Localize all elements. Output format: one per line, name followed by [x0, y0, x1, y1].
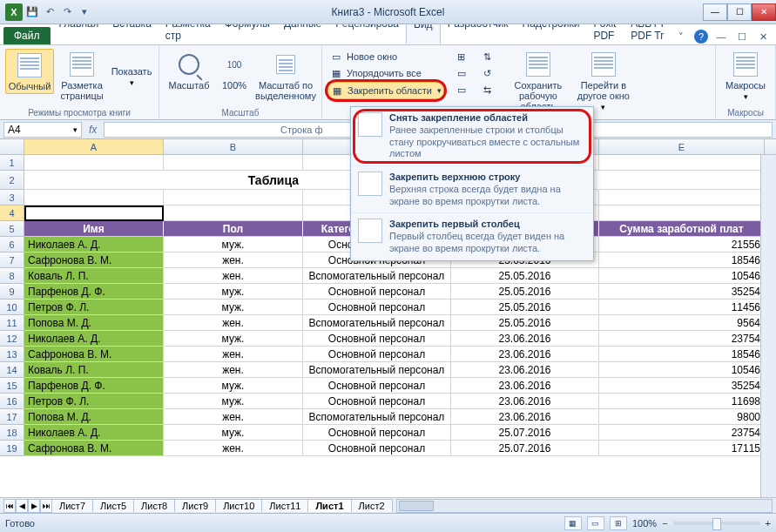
sheet-tab-лист11[interactable]: Лист11 — [261, 499, 308, 512]
freeze-menu-unfreeze[interactable]: Снять закрепление областейРанее закрепле… — [351, 107, 593, 166]
cell-name[interactable]: Парфенов Д. Ф. — [24, 284, 164, 300]
qat-dropdown-icon[interactable]: ▾ — [77, 4, 92, 20]
zoom-selection-button[interactable]: Масштаб по выделенному — [255, 49, 316, 103]
cell-sex[interactable]: жен. — [164, 362, 303, 378]
cell-cat[interactable]: Основной персонал — [303, 331, 451, 347]
view-page-layout-button[interactable]: Разметка страницы — [57, 49, 106, 103]
save-workspace-button[interactable]: Сохранить рабочую область — [507, 49, 570, 113]
cell-name[interactable]: Николаев А. Д. — [24, 425, 164, 441]
hide-button[interactable]: ▭ — [453, 65, 470, 81]
qat-redo-icon[interactable]: ↷ — [59, 4, 75, 20]
unhide-button[interactable]: ▭ — [453, 82, 470, 98]
cell-date[interactable]: 25.07.2016 — [451, 441, 599, 456]
sheet-tab-лист1[interactable]: Лист1 — [307, 499, 351, 512]
cell-date[interactable]: 25.05.2016 — [451, 300, 599, 315]
zoom-slider[interactable] — [673, 522, 760, 525]
col-header-e[interactable]: E — [599, 139, 765, 154]
sheet-tab-лист9[interactable]: Лист9 — [174, 499, 216, 512]
cell-name[interactable]: Николаев А. Д. — [24, 331, 164, 347]
cell-name[interactable]: Сафронова В. М. — [24, 347, 164, 362]
cell-sum[interactable]: 17115 — [599, 441, 765, 456]
cell-sex[interactable]: муж. — [164, 237, 303, 253]
col-header-a[interactable]: A — [24, 139, 164, 154]
cell-cat[interactable]: Вспомогательный персонал — [303, 268, 451, 284]
cell-date[interactable]: 23.06.2016 — [451, 347, 599, 362]
cell-sum[interactable]: 10546 — [599, 268, 765, 284]
cell-sum[interactable]: 23754 — [599, 331, 765, 347]
cell-sex[interactable]: жен. — [164, 268, 303, 284]
row-header[interactable]: 19 — [0, 441, 24, 456]
cell-cat[interactable]: Основной персонал — [303, 347, 451, 362]
cell-sex[interactable]: жен. — [164, 253, 303, 268]
view-normal-status[interactable]: ▦ — [564, 516, 582, 530]
switch-windows-button[interactable]: Перейти в другое окно ▾ — [573, 49, 634, 113]
row-header[interactable]: 18 — [0, 425, 24, 441]
cell-date[interactable]: 25.05.2016 — [451, 284, 599, 300]
reset-window-button[interactable]: ↺ — [479, 65, 496, 81]
row-header[interactable]: 4 — [0, 205, 24, 221]
row-header[interactable]: 17 — [0, 409, 24, 425]
zoom-100-button[interactable]: 100 100% — [217, 49, 252, 92]
cell-cat[interactable]: Вспомогательный персонал — [303, 315, 451, 331]
cell-name[interactable]: Коваль Л. П. — [24, 268, 164, 284]
cell-cat[interactable]: Основной персонал — [303, 284, 451, 300]
row-header[interactable]: 14 — [0, 362, 24, 378]
cell-name[interactable]: Попова М. Д. — [24, 409, 164, 425]
name-box[interactable]: A4▾ — [3, 122, 82, 138]
row-header[interactable]: 16 — [0, 394, 24, 409]
sheet-nav-next[interactable]: ▶ — [28, 499, 40, 513]
cell-sex[interactable]: жен. — [164, 347, 303, 362]
row-header[interactable]: 11 — [0, 315, 24, 331]
row-header[interactable]: 6 — [0, 237, 24, 253]
zoom-level[interactable]: 100% — [632, 518, 657, 529]
row-header[interactable]: 3 — [0, 190, 24, 205]
cell-sex[interactable]: муж. — [164, 425, 303, 441]
cell-cat[interactable]: Основной персонал — [303, 378, 451, 394]
cell-name[interactable]: Попова М. Д. — [24, 315, 164, 331]
row-header[interactable]: 7 — [0, 253, 24, 268]
file-tab[interactable]: Файл — [3, 27, 51, 44]
cell-sum[interactable]: 11698 — [599, 394, 765, 409]
zoom-in-button[interactable]: + — [766, 518, 771, 529]
cell-name[interactable]: Сафронова В. М. — [24, 441, 164, 456]
cell-cat[interactable]: Основной персонал — [303, 394, 451, 409]
row-header[interactable]: 13 — [0, 347, 24, 362]
cell-name[interactable]: Коваль Л. П. — [24, 362, 164, 378]
cell-sex[interactable]: муж. — [164, 331, 303, 347]
macros-button[interactable]: Макросы ▾ — [721, 49, 770, 103]
close-button[interactable]: ✕ — [752, 3, 776, 21]
cell-name[interactable]: Парфенов Д. Ф. — [24, 378, 164, 394]
cell-cat[interactable]: Основной персонал — [303, 441, 451, 456]
cell-name[interactable]: Сафронова В. М. — [24, 253, 164, 268]
row-header[interactable]: 5 — [0, 221, 24, 237]
cell-sum[interactable]: 18546 — [599, 347, 765, 362]
sheet-tab-лист8[interactable]: Лист8 — [133, 499, 175, 512]
maximize-button[interactable]: ☐ — [727, 3, 752, 21]
cell-date[interactable]: 25.05.2016 — [451, 268, 599, 284]
sync-scroll-button[interactable]: ⇅ — [479, 49, 496, 64]
cell-date[interactable]: 25.07.2016 — [451, 425, 599, 441]
help-icon[interactable]: ? — [694, 30, 708, 44]
cell-cat[interactable]: Вспомогательный персонал — [303, 362, 451, 378]
sheet-tab-лист5[interactable]: Лист5 — [92, 499, 134, 512]
view-page-status[interactable]: ▭ — [587, 516, 604, 530]
cell-date[interactable]: 23.06.2016 — [451, 378, 599, 394]
cell-sum[interactable]: 9564 — [599, 315, 765, 331]
cell-cat[interactable]: Вспомогательный персонал — [303, 409, 451, 425]
cell-date[interactable]: 23.06.2016 — [451, 409, 599, 425]
cell-date[interactable]: 23.06.2016 — [451, 331, 599, 347]
cell-sum[interactable]: 21556 — [599, 237, 765, 253]
cell-sex[interactable]: жен. — [164, 409, 303, 425]
doc-minimize-icon[interactable]: — — [713, 29, 729, 44]
sheet-nav-last[interactable]: ⏭ — [40, 499, 52, 513]
row-header[interactable]: 12 — [0, 331, 24, 347]
cell-sex[interactable]: муж. — [164, 394, 303, 409]
cell-name[interactable]: Петров Ф. Л. — [24, 394, 164, 409]
sheet-nav-prev[interactable]: ◀ — [16, 499, 28, 513]
doc-restore-icon[interactable]: ☐ — [734, 29, 750, 44]
sheet-nav-first[interactable]: ⏮ — [3, 499, 16, 513]
row-header[interactable]: 9 — [0, 284, 24, 300]
cell-sum[interactable]: 10546 — [599, 362, 765, 378]
compare-button[interactable]: ⇆ — [479, 82, 496, 98]
freeze-menu-first-col[interactable]: Закрепить первый столбецПервый столбец в… — [351, 213, 593, 259]
